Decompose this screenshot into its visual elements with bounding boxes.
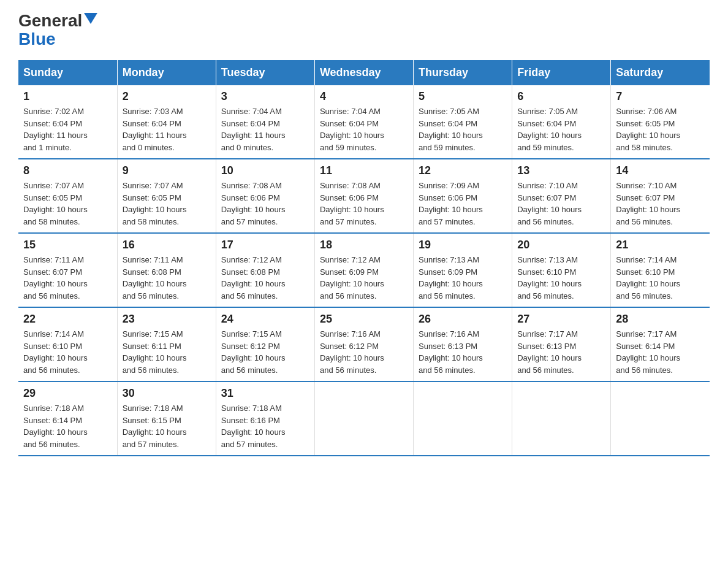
day-info: Sunrise: 7:11 AMSunset: 6:07 PMDaylight:… [23, 254, 112, 302]
day-cell: 30 Sunrise: 7:18 AMSunset: 6:15 PMDaylig… [117, 381, 216, 456]
day-cell: 12 Sunrise: 7:09 AMSunset: 6:06 PMDaylig… [414, 159, 512, 233]
day-number: 19 [419, 239, 507, 251]
day-number: 23 [123, 313, 211, 326]
day-info: Sunrise: 7:08 AMSunset: 6:06 PMDaylight:… [320, 180, 408, 228]
day-number: 22 [23, 313, 112, 326]
day-info: Sunrise: 7:18 AMSunset: 6:15 PMDaylight:… [123, 402, 211, 450]
day-number: 11 [320, 164, 408, 177]
day-cell: 8 Sunrise: 7:07 AMSunset: 6:05 PMDayligh… [18, 159, 117, 233]
day-cell: 3 Sunrise: 7:04 AMSunset: 6:04 PMDayligh… [216, 85, 314, 159]
day-cell: 29 Sunrise: 7:18 AMSunset: 6:14 PMDaylig… [18, 381, 117, 456]
day-cell: 9 Sunrise: 7:07 AMSunset: 6:05 PMDayligh… [117, 159, 216, 233]
day-info: Sunrise: 7:07 AMSunset: 6:05 PMDaylight:… [123, 180, 211, 228]
day-number: 13 [517, 164, 605, 177]
day-info: Sunrise: 7:18 AMSunset: 6:14 PMDaylight:… [23, 402, 112, 450]
day-number: 5 [419, 90, 507, 103]
day-cell: 18 Sunrise: 7:12 AMSunset: 6:09 PMDaylig… [314, 233, 413, 307]
header-cell-friday: Friday [512, 60, 611, 85]
week-row-4: 22 Sunrise: 7:14 AMSunset: 6:10 PMDaylig… [18, 307, 710, 381]
day-number: 15 [23, 239, 112, 251]
day-info: Sunrise: 7:04 AMSunset: 6:04 PMDaylight:… [221, 105, 309, 153]
calendar-table: SundayMondayTuesdayWednesdayThursdayFrid… [18, 60, 710, 456]
day-cell: 10 Sunrise: 7:08 AMSunset: 6:06 PMDaylig… [216, 159, 314, 233]
day-number: 8 [23, 164, 112, 177]
day-info: Sunrise: 7:03 AMSunset: 6:04 PMDaylight:… [123, 105, 211, 153]
day-number: 26 [419, 313, 507, 326]
day-cell: 26 Sunrise: 7:16 AMSunset: 6:13 PMDaylig… [414, 307, 512, 381]
header-cell-wednesday: Wednesday [314, 60, 413, 85]
day-info: Sunrise: 7:13 AMSunset: 6:09 PMDaylight:… [419, 254, 507, 302]
day-info: Sunrise: 7:14 AMSunset: 6:10 PMDaylight:… [616, 254, 705, 302]
day-number: 6 [517, 90, 605, 103]
day-cell: 6 Sunrise: 7:05 AMSunset: 6:04 PMDayligh… [512, 85, 611, 159]
day-info: Sunrise: 7:05 AMSunset: 6:04 PMDaylight:… [517, 105, 605, 153]
day-info: Sunrise: 7:10 AMSunset: 6:07 PMDaylight:… [616, 180, 705, 228]
day-cell [414, 381, 512, 456]
day-number: 28 [616, 313, 705, 326]
day-cell: 5 Sunrise: 7:05 AMSunset: 6:04 PMDayligh… [414, 85, 512, 159]
day-cell: 23 Sunrise: 7:15 AMSunset: 6:11 PMDaylig… [117, 307, 216, 381]
day-number: 10 [221, 164, 309, 177]
day-number: 9 [123, 164, 211, 177]
day-info: Sunrise: 7:15 AMSunset: 6:11 PMDaylight:… [123, 328, 211, 376]
day-info: Sunrise: 7:16 AMSunset: 6:12 PMDaylight:… [320, 328, 408, 376]
day-number: 16 [123, 239, 211, 251]
header-row: SundayMondayTuesdayWednesdayThursdayFrid… [18, 60, 710, 85]
day-number: 17 [221, 239, 309, 251]
calendar-header: SundayMondayTuesdayWednesdayThursdayFrid… [18, 60, 710, 85]
day-cell: 28 Sunrise: 7:17 AMSunset: 6:14 PMDaylig… [611, 307, 710, 381]
day-info: Sunrise: 7:13 AMSunset: 6:10 PMDaylight:… [517, 254, 605, 302]
week-row-2: 8 Sunrise: 7:07 AMSunset: 6:05 PMDayligh… [18, 159, 710, 233]
day-cell: 7 Sunrise: 7:06 AMSunset: 6:05 PMDayligh… [611, 85, 710, 159]
logo-text-blue: Blue [18, 31, 56, 48]
header-cell-monday: Monday [117, 60, 216, 85]
day-info: Sunrise: 7:17 AMSunset: 6:13 PMDaylight:… [517, 328, 605, 376]
day-number: 30 [123, 387, 211, 400]
day-number: 18 [320, 239, 408, 251]
day-cell: 25 Sunrise: 7:16 AMSunset: 6:12 PMDaylig… [314, 307, 413, 381]
week-row-5: 29 Sunrise: 7:18 AMSunset: 6:14 PMDaylig… [18, 381, 710, 456]
day-number: 27 [517, 313, 605, 326]
day-number: 25 [320, 313, 408, 326]
day-info: Sunrise: 7:02 AMSunset: 6:04 PMDaylight:… [23, 105, 112, 153]
day-number: 1 [23, 90, 112, 103]
logo-triangle-icon [84, 13, 97, 24]
day-number: 7 [616, 90, 705, 103]
day-cell: 20 Sunrise: 7:13 AMSunset: 6:10 PMDaylig… [512, 233, 611, 307]
header-cell-tuesday: Tuesday [216, 60, 314, 85]
calendar-body: 1 Sunrise: 7:02 AMSunset: 6:04 PMDayligh… [18, 85, 710, 456]
day-cell: 2 Sunrise: 7:03 AMSunset: 6:04 PMDayligh… [117, 85, 216, 159]
day-cell: 14 Sunrise: 7:10 AMSunset: 6:07 PMDaylig… [611, 159, 710, 233]
day-cell: 27 Sunrise: 7:17 AMSunset: 6:13 PMDaylig… [512, 307, 611, 381]
week-row-3: 15 Sunrise: 7:11 AMSunset: 6:07 PMDaylig… [18, 233, 710, 307]
day-info: Sunrise: 7:15 AMSunset: 6:12 PMDaylight:… [221, 328, 309, 376]
day-info: Sunrise: 7:18 AMSunset: 6:16 PMDaylight:… [221, 402, 309, 450]
header-cell-saturday: Saturday [611, 60, 710, 85]
day-info: Sunrise: 7:14 AMSunset: 6:10 PMDaylight:… [23, 328, 112, 376]
day-cell: 15 Sunrise: 7:11 AMSunset: 6:07 PMDaylig… [18, 233, 117, 307]
day-info: Sunrise: 7:04 AMSunset: 6:04 PMDaylight:… [320, 105, 408, 153]
day-cell: 17 Sunrise: 7:12 AMSunset: 6:08 PMDaylig… [216, 233, 314, 307]
day-number: 14 [616, 164, 705, 177]
day-cell: 21 Sunrise: 7:14 AMSunset: 6:10 PMDaylig… [611, 233, 710, 307]
day-number: 31 [221, 387, 309, 400]
day-cell: 13 Sunrise: 7:10 AMSunset: 6:07 PMDaylig… [512, 159, 611, 233]
day-cell [512, 381, 611, 456]
svg-marker-0 [84, 13, 97, 24]
header-cell-thursday: Thursday [414, 60, 512, 85]
day-info: Sunrise: 7:12 AMSunset: 6:09 PMDaylight:… [320, 254, 408, 302]
day-number: 29 [23, 387, 112, 400]
day-info: Sunrise: 7:05 AMSunset: 6:04 PMDaylight:… [419, 105, 507, 153]
day-number: 3 [221, 90, 309, 103]
week-row-1: 1 Sunrise: 7:02 AMSunset: 6:04 PMDayligh… [18, 85, 710, 159]
day-info: Sunrise: 7:12 AMSunset: 6:08 PMDaylight:… [221, 254, 309, 302]
day-info: Sunrise: 7:17 AMSunset: 6:14 PMDaylight:… [616, 328, 705, 376]
day-cell: 31 Sunrise: 7:18 AMSunset: 6:16 PMDaylig… [216, 381, 314, 456]
day-cell: 16 Sunrise: 7:11 AMSunset: 6:08 PMDaylig… [117, 233, 216, 307]
day-cell: 4 Sunrise: 7:04 AMSunset: 6:04 PMDayligh… [314, 85, 413, 159]
day-info: Sunrise: 7:08 AMSunset: 6:06 PMDaylight:… [221, 180, 309, 228]
day-cell [314, 381, 413, 456]
day-info: Sunrise: 7:09 AMSunset: 6:06 PMDaylight:… [419, 180, 507, 228]
day-number: 4 [320, 90, 408, 103]
day-number: 24 [221, 313, 309, 326]
